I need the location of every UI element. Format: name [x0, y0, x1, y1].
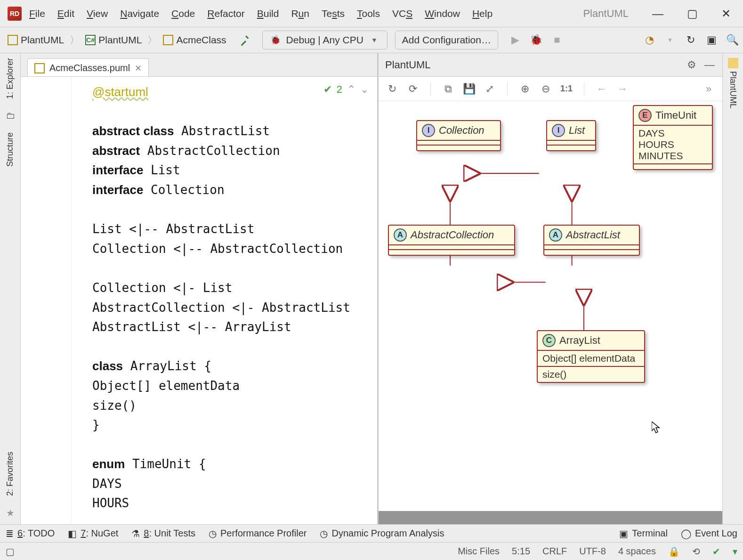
code-editor[interactable]: @startuml abstract class AbstractList ab… — [72, 77, 377, 524]
uml-class-name: TimeUnit — [655, 109, 696, 122]
breadcrumb-project[interactable]: C#PlantUML — [82, 33, 145, 47]
uml-class-name: Collection — [439, 124, 485, 137]
nav-back-icon[interactable]: ← — [596, 83, 608, 95]
run-play-icon[interactable]: ▶ — [509, 34, 522, 46]
uml-method: size() — [538, 367, 644, 382]
menu-build[interactable]: Build — [257, 8, 279, 19]
profiler-icon[interactable]: ◔ — [643, 34, 655, 46]
inspect-ok-icon[interactable]: ✔ — [712, 546, 720, 557]
menu-view[interactable]: View — [87, 8, 108, 19]
debug-bug-icon[interactable]: 🐞 — [530, 34, 542, 46]
status-line-endings[interactable]: CRLF — [542, 546, 567, 557]
more-icon[interactable]: » — [703, 83, 715, 95]
menu-help[interactable]: Help — [472, 8, 493, 19]
menu-tools[interactable]: Tools — [357, 8, 380, 19]
editor-gutter — [21, 77, 72, 524]
menu-run[interactable]: Run — [291, 8, 309, 19]
lock-icon[interactable]: 🔒 — [668, 546, 680, 557]
file-tab-name: AcmeClasses.puml — [49, 63, 130, 73]
zoom-out-icon[interactable]: ⊖ — [540, 83, 552, 95]
meter-icon: ◷ — [320, 528, 328, 539]
rail-favorites[interactable]: 2: Favorites — [5, 452, 15, 496]
tool-event-log[interactable]: ◯Event Log — [681, 528, 737, 539]
file-tab[interactable]: AcmeClasses.puml ✕ — [27, 58, 149, 76]
tool-nuget[interactable]: ◧7: NuGet — [68, 528, 118, 539]
rail-plantuml[interactable]: PlantUML — [728, 71, 738, 108]
rail-explorer[interactable]: 1: Explorer — [5, 58, 15, 99]
sync-project-icon[interactable]: ↻ — [685, 34, 697, 46]
status-window-icon[interactable]: ▢ — [6, 546, 15, 557]
hammer-build-icon[interactable] — [240, 34, 252, 46]
uml-class-name: AbstractList — [566, 229, 620, 241]
sync-icon[interactable]: ⟲ — [692, 546, 700, 557]
preview-scrollbar[interactable] — [379, 511, 722, 524]
play-tool-icon[interactable]: ▣ — [705, 34, 718, 46]
cube-icon — [34, 63, 45, 73]
cube-icon — [163, 35, 173, 45]
menu-tests[interactable]: Tests — [322, 8, 345, 19]
tool-profiler[interactable]: ◷Performance Profiler — [209, 528, 307, 539]
menu-refactor[interactable]: Refactor — [207, 8, 244, 19]
menu-edit[interactable]: Edit — [57, 8, 74, 19]
chevron-up-icon[interactable]: ⌃ — [347, 83, 355, 96]
enum-value: DAYS — [638, 128, 707, 139]
uml-field: Object[] elementData — [538, 351, 644, 367]
add-configuration-button[interactable]: Add Configuration… — [395, 31, 498, 49]
tool-terminal[interactable]: ▣Terminal — [619, 528, 668, 539]
enum-value: MINUTES — [638, 150, 707, 162]
csharp-icon: C# — [85, 35, 96, 45]
breadcrumb-root[interactable]: PlantUML — [5, 33, 67, 47]
tool-todo[interactable]: ≣6: TODO — [6, 528, 55, 539]
auto-refresh-icon[interactable]: ⟳ — [407, 83, 419, 95]
menu-window[interactable]: Window — [425, 8, 460, 19]
menu-code[interactable]: Code — [171, 8, 195, 19]
run-config-selector[interactable]: 🐞 Debug | Any CPU ▼ — [262, 31, 388, 49]
save-icon[interactable]: 💾 — [463, 83, 475, 95]
shield-icon[interactable]: ▾ — [733, 546, 737, 557]
list-icon: ≣ — [6, 528, 14, 539]
minimize-panel-icon[interactable]: — — [703, 59, 716, 71]
folder-icon[interactable]: 🗀 — [6, 110, 15, 121]
status-indent[interactable]: 4 spaces — [618, 546, 656, 557]
status-caret-pos[interactable]: 5:15 — [512, 546, 530, 557]
interface-badge: I — [552, 124, 565, 137]
cube-icon — [8, 35, 18, 45]
star-icon[interactable]: ★ — [6, 507, 15, 519]
zoom-reset-icon[interactable]: 1:1 — [560, 83, 573, 95]
run-config-label: Debug | Any CPU — [286, 34, 363, 46]
external-open-icon[interactable]: ⤢ — [484, 83, 496, 95]
status-encoding[interactable]: UTF-8 — [579, 546, 606, 557]
stop-icon[interactable]: ■ — [551, 34, 563, 46]
copy-icon[interactable]: ⧉ — [442, 83, 454, 95]
inspection-count: 2 — [337, 83, 342, 96]
nav-forward-icon[interactable]: → — [616, 83, 629, 95]
class-badge: C — [542, 334, 556, 347]
chevron-down-icon[interactable]: ▼ — [664, 34, 676, 46]
meter-icon: ◷ — [209, 528, 217, 539]
enum-value: HOURS — [638, 139, 707, 150]
tool-unit-tests[interactable]: ⚗8: Unit Tests — [131, 528, 195, 539]
gear-icon[interactable]: ⚙ — [686, 59, 698, 71]
tool-dpa[interactable]: ◷Dynamic Program Analysis — [320, 528, 444, 539]
balloon-icon: ◯ — [681, 528, 691, 539]
menu-navigate[interactable]: Navigate — [120, 8, 159, 19]
search-icon[interactable]: 🔍 — [726, 34, 738, 46]
package-icon: ◧ — [68, 528, 77, 539]
diagram-canvas[interactable]: ICollection IList AAbstractCollection AA… — [379, 101, 722, 511]
window-maximize-icon[interactable]: ▢ — [687, 7, 698, 20]
rail-structure[interactable]: Structure — [5, 132, 15, 167]
status-context[interactable]: Misc Files — [458, 546, 500, 557]
inspection-widget[interactable]: ✔ 2 ⌃ ⌄ — [323, 83, 369, 96]
zoom-in-icon[interactable]: ⊕ — [519, 83, 531, 95]
refresh-icon[interactable]: ↻ — [386, 83, 398, 95]
menu-file[interactable]: File — [29, 8, 45, 19]
breadcrumb: PlantUML 〉 C#PlantUML 〉 AcmeClass — [5, 33, 229, 47]
breadcrumb-file[interactable]: AcmeClass — [160, 33, 229, 47]
preview-title: PlantUML — [385, 59, 431, 71]
chevron-down-icon[interactable]: ⌄ — [360, 83, 369, 96]
menu-vcs[interactable]: VCS — [392, 8, 412, 19]
window-close-icon[interactable]: ✕ — [721, 7, 731, 20]
menu-bar: File Edit View Navigate Code Refactor Bu… — [26, 8, 493, 19]
close-tab-icon[interactable]: ✕ — [135, 63, 142, 73]
window-minimize-icon[interactable]: — — [652, 7, 663, 20]
